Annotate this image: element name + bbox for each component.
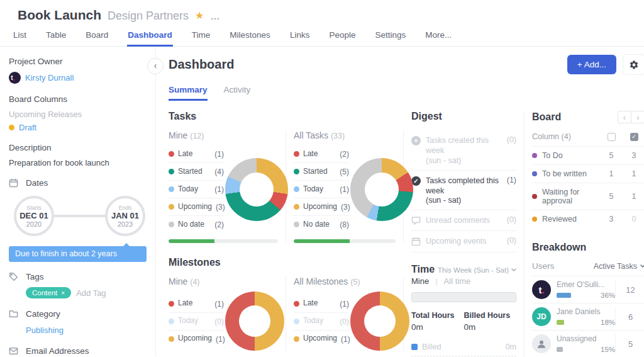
user-avatar: t.	[532, 280, 551, 299]
legend-label: Late	[303, 150, 336, 159]
billed-swatch	[411, 344, 418, 350]
board-row-waiting-for-approval[interactable]: Waiting for approval51	[532, 183, 644, 210]
active-tasks-dropdown[interactable]: Active Tasks	[594, 262, 644, 271]
favorite-star-icon[interactable]: ★	[195, 9, 204, 21]
milestones-mine-donut-chart[interactable]	[225, 292, 284, 351]
legend-value: (1)	[214, 184, 224, 194]
legend-value: (1)	[216, 334, 225, 344]
time-range-dropdown[interactable]: This Week (Sun - Sat)	[438, 266, 516, 274]
board-column-header: Column (4)	[532, 132, 600, 141]
collapse-icon: ‹	[154, 60, 157, 71]
start-date-circle[interactable]: Starts DEC 01 2020	[14, 196, 54, 236]
legend-value: 0m	[506, 343, 516, 351]
category-value-link[interactable]: Publishing	[26, 326, 64, 335]
tab-time[interactable]: Time	[191, 28, 211, 45]
tab-people[interactable]: People	[328, 28, 356, 45]
legend-value: (3)	[216, 202, 225, 212]
legend-label: Late	[178, 150, 211, 159]
board-row-to-be-written[interactable]: To be written11	[532, 165, 644, 183]
tab-more[interactable]: More...	[425, 28, 452, 45]
board-next-button[interactable]: ›	[631, 111, 644, 123]
started-dot	[294, 169, 299, 174]
dates-timeline: Starts DEC 01 2020 Ends JAN 01 2023 Due …	[9, 193, 148, 261]
time-toggle-mine[interactable]: Mine	[411, 276, 429, 286]
unchecked-checkbox-icon[interactable]	[608, 133, 616, 141]
today-dot	[169, 319, 174, 324]
legend-value: (0)	[214, 317, 224, 326]
user-row-jane[interactable]: JD Jane Daniels 18% 6	[532, 303, 644, 330]
milestones-mine-count: (4)	[190, 278, 199, 286]
total-hours: Total Hours 0m	[411, 311, 464, 332]
tab-table[interactable]: Table	[45, 28, 67, 45]
tag-icon	[9, 272, 18, 281]
tasks-all-donut-chart[interactable]	[350, 158, 413, 221]
user-row-unassigned[interactable]: Unassigned 15% 5	[532, 330, 644, 357]
start-date: DEC 01	[19, 211, 48, 220]
milestones-heading: Milestones	[169, 257, 404, 268]
user-percent: 36%	[601, 292, 615, 299]
legend-value: (4)	[214, 167, 224, 176]
board-prev-button[interactable]: ‹	[618, 111, 631, 123]
tags-label: Tags	[26, 272, 44, 281]
end-date-circle[interactable]: Ends JAN 01 2023	[105, 196, 145, 236]
legend-label: Today	[303, 317, 336, 326]
draft-status-dot	[9, 125, 14, 130]
time-section: Time This Week (Sun - Sat) Mine | All ti…	[411, 264, 516, 357]
board-row-reviewed[interactable]: Reviewed30	[532, 210, 644, 228]
column-color-dot	[532, 194, 537, 199]
tab-board[interactable]: Board	[85, 28, 109, 45]
tab-milestones[interactable]: Milestones	[229, 28, 271, 45]
digest-label: Tasks created this week	[426, 135, 502, 156]
dashboard-settings-button[interactable]	[623, 54, 644, 75]
collapse-sidebar-button[interactable]: ‹	[147, 58, 164, 74]
legend-value: (1)	[214, 299, 224, 309]
checked-checkbox-icon[interactable]: ✓	[630, 133, 638, 141]
time-toggle-all-time[interactable]: All time	[444, 276, 471, 286]
project-nav-tabs: List Table Board Dashboard Time Mileston…	[0, 28, 644, 47]
remove-tag-icon[interactable]: ×	[61, 290, 65, 297]
add-tag-button[interactable]: Add Tag	[76, 288, 106, 298]
user-task-bar	[557, 293, 571, 298]
legend-value: (0)	[340, 317, 349, 326]
tab-list[interactable]: List	[13, 28, 27, 45]
owner-name-link[interactable]: Kirsty Durnall	[25, 73, 74, 82]
board-column-upcoming-releases: Upcoming Releases	[9, 110, 148, 119]
tasks-mine-progress-bar	[169, 239, 278, 243]
board-heading: Board	[532, 111, 561, 123]
active-tasks-label: Active Tasks	[594, 262, 637, 271]
tab-activity[interactable]: Activity	[224, 85, 251, 101]
dates-label: Dates	[26, 178, 48, 188]
email-label: Email Addresses	[26, 346, 89, 356]
legend-label: Upcoming	[178, 203, 212, 212]
toggle-divider: |	[435, 276, 437, 286]
legend-label: Upcoming	[303, 203, 337, 212]
tab-summary[interactable]: Summary	[169, 85, 208, 101]
milestones-all-card: All Milestones (5) Late(1) Today(0) Upco…	[286, 276, 404, 351]
tab-links[interactable]: Links	[289, 28, 311, 45]
milestones-all-donut-chart[interactable]	[350, 292, 409, 351]
legend-label: No date	[303, 220, 336, 229]
open-count: 1	[600, 169, 623, 178]
user-row-emer[interactable]: t. Emer O'Sulli... 36% 12	[532, 276, 644, 303]
end-caption: Ends	[119, 205, 132, 211]
milestones-mine-title: Mine	[169, 276, 187, 286]
tab-dashboard[interactable]: Dashboard	[127, 28, 173, 47]
tab-settings[interactable]: Settings	[374, 28, 406, 45]
due-date-banner: Due to finish in about 2 years	[9, 246, 147, 262]
more-options-icon[interactable]: …	[210, 11, 220, 21]
legend-label: Billed	[422, 343, 501, 351]
dashboard-sub-tabs: Summary Activity	[169, 85, 644, 101]
dates-section: Dates Starts DEC 01 2020 Ends JAN 01 202…	[9, 178, 148, 261]
board-row-to-do[interactable]: To Do53	[532, 147, 644, 165]
tasks-mine-donut-chart[interactable]	[225, 158, 288, 221]
late-dot	[169, 151, 174, 157]
tag-content[interactable]: Content ×	[26, 287, 71, 298]
done-count: 1	[623, 192, 644, 201]
billed-hours: Billed Hours 0m	[464, 311, 517, 332]
add-button[interactable]: + Add...	[567, 55, 616, 74]
tasks-all-progress-bar	[294, 239, 396, 243]
milestones-all-count: (5)	[350, 278, 360, 286]
page-title: Dashboard	[169, 57, 234, 72]
owner-avatar: t.	[9, 72, 21, 84]
board-column-draft-link[interactable]: Draft	[19, 123, 36, 132]
